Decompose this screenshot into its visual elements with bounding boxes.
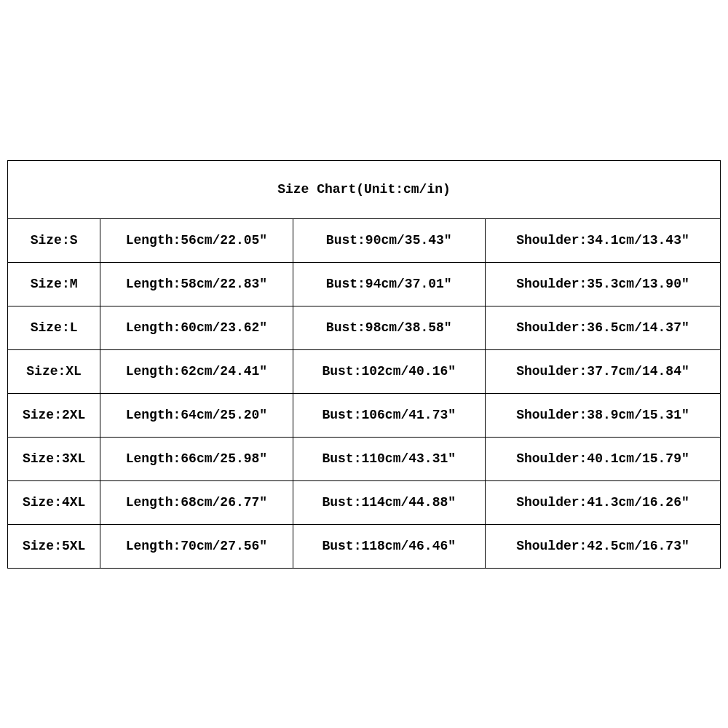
cell-length: Length:68cm/26.77″ xyxy=(100,480,293,524)
cell-size: Size:4XL xyxy=(8,480,100,524)
cell-bust: Bust:114cm/44.88″ xyxy=(293,480,485,524)
cell-length: Length:60cm/23.62″ xyxy=(100,306,293,349)
table-row: Size:S Length:56cm/22.05″ Bust:90cm/35.4… xyxy=(8,218,721,262)
size-chart-container: Size Chart(Unit:cm/in) Size:S Length:56c… xyxy=(7,160,721,569)
table-row: Size:XL Length:62cm/24.41″ Bust:102cm/40… xyxy=(8,349,721,393)
cell-length: Length:62cm/24.41″ xyxy=(100,349,293,393)
size-chart-table: Size Chart(Unit:cm/in) Size:S Length:56c… xyxy=(7,160,721,569)
cell-shoulder: Shoulder:36.5cm/14.37″ xyxy=(485,306,720,349)
cell-bust: Bust:98cm/38.58″ xyxy=(293,306,485,349)
cell-shoulder: Shoulder:37.7cm/14.84″ xyxy=(485,349,720,393)
cell-bust: Bust:94cm/37.01″ xyxy=(293,262,485,306)
cell-shoulder: Shoulder:35.3cm/13.90″ xyxy=(485,262,720,306)
table-row: Size:3XL Length:66cm/25.98″ Bust:110cm/4… xyxy=(8,437,721,480)
cell-size: Size:S xyxy=(8,218,100,262)
cell-size: Size:5XL xyxy=(8,524,100,568)
table-row: Size:L Length:60cm/23.62″ Bust:98cm/38.5… xyxy=(8,306,721,349)
cell-bust: Bust:102cm/40.16″ xyxy=(293,349,485,393)
cell-length: Length:58cm/22.83″ xyxy=(100,262,293,306)
cell-size: Size:3XL xyxy=(8,437,100,480)
table-row: Size:2XL Length:64cm/25.20″ Bust:106cm/4… xyxy=(8,393,721,437)
cell-size: Size:L xyxy=(8,306,100,349)
table-title: Size Chart(Unit:cm/in) xyxy=(8,160,721,218)
cell-bust: Bust:106cm/41.73″ xyxy=(293,393,485,437)
cell-length: Length:70cm/27.56″ xyxy=(100,524,293,568)
table-row: Size:4XL Length:68cm/26.77″ Bust:114cm/4… xyxy=(8,480,721,524)
cell-size: Size:XL xyxy=(8,349,100,393)
table-row: Size:5XL Length:70cm/27.56″ Bust:118cm/4… xyxy=(8,524,721,568)
cell-length: Length:56cm/22.05″ xyxy=(100,218,293,262)
cell-size: Size:M xyxy=(8,262,100,306)
cell-shoulder: Shoulder:34.1cm/13.43″ xyxy=(485,218,720,262)
cell-size: Size:2XL xyxy=(8,393,100,437)
cell-shoulder: Shoulder:40.1cm/15.79″ xyxy=(485,437,720,480)
table-title-row: Size Chart(Unit:cm/in) xyxy=(8,160,721,218)
cell-bust: Bust:110cm/43.31″ xyxy=(293,437,485,480)
table-row: Size:M Length:58cm/22.83″ Bust:94cm/37.0… xyxy=(8,262,721,306)
cell-length: Length:64cm/25.20″ xyxy=(100,393,293,437)
cell-bust: Bust:118cm/46.46″ xyxy=(293,524,485,568)
cell-length: Length:66cm/25.98″ xyxy=(100,437,293,480)
cell-shoulder: Shoulder:41.3cm/16.26″ xyxy=(485,480,720,524)
cell-bust: Bust:90cm/35.43″ xyxy=(293,218,485,262)
cell-shoulder: Shoulder:42.5cm/16.73″ xyxy=(485,524,720,568)
cell-shoulder: Shoulder:38.9cm/15.31″ xyxy=(485,393,720,437)
